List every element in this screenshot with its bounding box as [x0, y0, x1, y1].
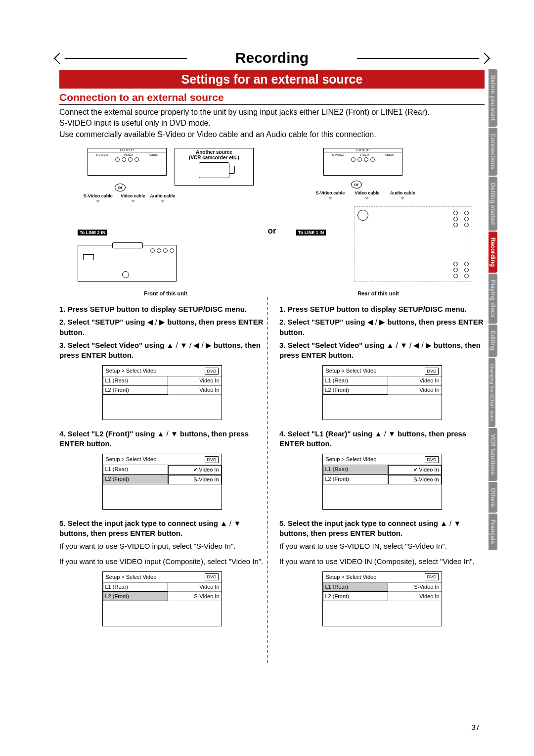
audio-cable-label-right: Audio cable — [390, 191, 415, 200]
tab-playing-discs[interactable]: Playing discs — [489, 274, 497, 324]
left-note-1: If you want to use S-VIDEO input, select… — [59, 541, 265, 551]
output-label-r: OUTPUT — [324, 148, 402, 152]
tab-before-you-start[interactable]: Before you start — [489, 69, 497, 127]
svideo-cable-label-right: S-Video cable — [315, 191, 345, 200]
tab-editing[interactable]: Editing — [489, 325, 497, 357]
right-step-4: 4. Select "L1 (Rear)" using ▲ / ▼ button… — [279, 429, 485, 449]
output-box-left: OUTPUT S-VIDEO VIDEO AUDIO — [88, 148, 167, 176]
left-step-3: 3. Select "Select Video" using ▲ / ▼ / ◀… — [59, 340, 265, 361]
left-menu-1: Setup > Select VideoDVD L1 (Rear)Video I… — [102, 365, 222, 420]
tab-francais[interactable]: Français — [489, 514, 497, 550]
diagram-front: OUTPUT S-VIDEO VIDEO AUDIO Another sourc… — [68, 148, 264, 296]
banner-wire-right — [357, 58, 485, 59]
tab-getting-started[interactable]: Getting started — [489, 177, 497, 231]
left-menu-2: Setup > Select VideoDVD L1 (Rear)Video I… — [102, 454, 222, 510]
rear-unit-box — [354, 206, 472, 282]
intro-line-2: S-VIDEO input is useful only in DVD mode… — [59, 118, 485, 129]
audio-cable-label-left: Audio cable — [150, 194, 175, 203]
diagram-center-or: or — [268, 226, 276, 236]
jog-dial-icon — [122, 271, 129, 278]
camcorder-box-left: Another source (VCR camcorder etc.) — [175, 148, 254, 186]
intro-line-3: Use commercially available S-Video or Vi… — [59, 129, 485, 140]
right-step-1: 1. Press SETUP button to display SETUP/D… — [279, 304, 485, 314]
tab-connections[interactable]: Connections — [489, 128, 497, 176]
instruction-columns: 1. Press SETUP button to display SETUP/D… — [59, 304, 485, 635]
page-number: 37 — [471, 723, 480, 731]
tab-changing-setup[interactable]: Changing the SETUP menu — [489, 358, 495, 427]
right-column: 1. Press SETUP button to display SETUP/D… — [279, 304, 485, 635]
rear-caption: Rear of this unit — [280, 290, 476, 296]
column-separator — [267, 297, 268, 663]
output-label: OUTPUT — [88, 148, 166, 152]
to-line2-tag: To LINE 2 IN — [78, 230, 107, 236]
tab-vcr-functions[interactable]: VCR functions — [489, 428, 497, 481]
front-caption: Front of this unit — [68, 290, 264, 296]
diagram-rear: OUTPUT S-VIDEO VIDEO AUDIO or S-Video ca… — [280, 148, 476, 296]
camcorder-icon — [199, 162, 229, 178]
jack-svideo-label: S-VIDEO — [96, 153, 108, 156]
menu-title: Setup > Select Video — [106, 367, 157, 375]
output-box-right: OUTPUT S-VIDEO VIDEO AUDIO — [323, 148, 402, 176]
or-pill-left-top: or — [115, 184, 126, 191]
jack-video-label: VIDEO — [124, 153, 133, 156]
intro-line-1: Connect the external source properly to … — [59, 107, 485, 118]
right-note-2: If you want to use VIDEO IN (Composite),… — [279, 557, 485, 567]
left-step-2: 2. Select "SETUP" using ◀ / ▶ buttons, t… — [59, 317, 265, 337]
check-icon — [193, 467, 199, 472]
banner-wire-left — [59, 58, 187, 59]
jack-audio-label: AUDIO — [149, 153, 158, 156]
left-column: 1. Press SETUP button to display SETUP/D… — [59, 304, 265, 635]
right-step-2: 2. Select "SETUP" using ◀ / ▶ buttons, t… — [279, 317, 485, 337]
check-icon — [413, 467, 419, 472]
cassette-icon — [83, 254, 94, 260]
right-step-5: 5. Select the input jack type to connect… — [279, 519, 485, 539]
chapter-banner: Recording — [59, 49, 485, 66]
to-line1-tag: To LINE 1 IN — [296, 230, 326, 236]
left-note-2: If you want to use VIDEO input (Composit… — [59, 557, 265, 567]
tab-recording[interactable]: Recording — [489, 232, 497, 273]
another-source-l1: Another source — [175, 149, 253, 155]
side-tabs: Before you start Connections Getting sta… — [489, 69, 504, 551]
another-source-l2: (VCR camcorder etc.) — [175, 155, 253, 160]
connection-diagram: OUTPUT S-VIDEO VIDEO AUDIO Another sourc… — [59, 148, 485, 296]
video-cable-label-right: Video cable — [355, 191, 380, 200]
right-menu-3: Setup > Select VideoDVD L1 (Rear)S-Video… — [322, 571, 442, 626]
left-menu-3: Setup > Select VideoDVD L1 (Rear)Video I… — [102, 571, 222, 626]
right-step-3: 3. Select "Select Video" using ▲ / ▼ / ◀… — [279, 340, 485, 361]
dvd-badge: DVD — [205, 368, 218, 375]
rf-jack-icon — [357, 210, 368, 221]
right-menu-1: Setup > Select VideoDVD L1 (Rear)Video I… — [322, 365, 442, 420]
right-note-1: If you want to use S-VIDEO IN, select "S… — [279, 541, 485, 551]
front-unit-box — [78, 245, 177, 282]
left-step-1: 1. Press SETUP button to display SETUP/D… — [59, 304, 265, 314]
section-heading: Connection to an external source — [59, 92, 485, 105]
subtitle-bar: Settings for an external source — [59, 70, 485, 89]
disc-tray-icon — [112, 242, 142, 248]
left-step-4: 4. Select "L2 (Front)" using ▲ / ▼ butto… — [59, 429, 265, 449]
video-cable-label-left: Video cable — [121, 194, 145, 203]
svideo-cable-label-left: S-Video cable — [84, 194, 113, 203]
right-menu-2: Setup > Select VideoDVD L1 (Rear)Video I… — [322, 454, 442, 510]
intro-text: Connect the external source properly to … — [59, 107, 485, 140]
or-pill-right-top: or — [351, 181, 362, 189]
chapter-title: Recording — [225, 49, 318, 66]
left-step-5: 5. Select the input jack type to connect… — [59, 519, 265, 539]
tab-others[interactable]: Others — [489, 482, 497, 513]
